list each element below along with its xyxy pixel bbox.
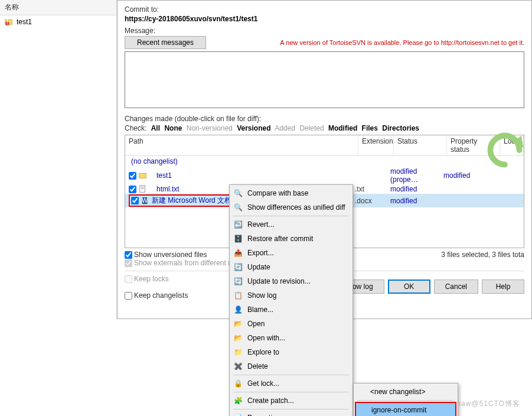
check-nonversioned[interactable]: Non-versioned: [187, 124, 233, 132]
refresh-arrow-icon: [484, 129, 526, 171]
commit-url: https://cy-20180605xuvo/svn/test1/test1: [125, 15, 524, 23]
modified-folder-icon: !: [5, 18, 13, 26]
svg-text:!: !: [6, 18, 8, 25]
update-warning: A new version of TortoiseSVN is availabl…: [280, 39, 524, 46]
column-extension[interactable]: Extension: [358, 135, 394, 155]
menu-blame[interactable]: 👤Blame...: [231, 303, 351, 317]
check-none[interactable]: None: [164, 124, 182, 132]
log-icon: 📋: [233, 291, 243, 300]
recent-messages-button[interactable]: Recent messages: [125, 36, 206, 49]
menu-get-lock[interactable]: 🔒Get lock...: [231, 376, 351, 391]
check-files[interactable]: Files: [362, 124, 378, 132]
menu-update-revision[interactable]: 🔄Update to revision...: [231, 274, 351, 288]
export-icon: 📤: [233, 248, 243, 258]
no-changelist-label: (no changelist): [125, 156, 524, 167]
check-filter-row: Check: All None Non-versioned Versioned …: [125, 124, 524, 132]
file-ext: .txt: [355, 185, 390, 193]
help-button[interactable]: Help: [482, 280, 524, 294]
restore-icon: 🗄️: [233, 234, 243, 243]
file-prop: modified: [443, 171, 497, 180]
diff-icon: 🔍: [233, 203, 243, 212]
column-status[interactable]: Status: [394, 135, 447, 155]
blame-icon: 👤: [233, 305, 243, 314]
message-label: Message:: [125, 27, 524, 35]
word-file-icon: W: [141, 197, 149, 205]
left-sidebar: 名称 ! test1: [0, 0, 117, 319]
menu-properties[interactable]: 📄Properties...: [231, 411, 351, 416]
keep-locks-checkbox: Keep locks: [125, 275, 188, 283]
check-added[interactable]: Added: [275, 124, 295, 132]
update-icon: 🔄: [233, 262, 243, 272]
text-file-icon: [139, 185, 147, 193]
menu-update[interactable]: 🔄Update: [231, 260, 351, 274]
folder-icon: [139, 171, 147, 180]
file-checkbox[interactable]: [129, 172, 136, 180]
open-icon: 📂: [233, 319, 243, 329]
context-menu: 🔍Compare with base 🔍Show differences as …: [229, 184, 353, 416]
commit-message-input[interactable]: [125, 51, 524, 108]
menu-delete[interactable]: ✖️Delete: [231, 359, 351, 373]
files-selected-label: 3 files selected, 3 files tota: [441, 251, 524, 259]
file-status: modified (prope…: [390, 167, 443, 184]
show-unversioned-checkbox[interactable]: Show unversioned files: [125, 251, 207, 259]
menu-open-with[interactable]: 📂Open with...: [231, 331, 351, 345]
check-all[interactable]: All: [151, 124, 160, 132]
show-externals-checkbox: Show externals from different re: [125, 259, 234, 267]
table-row[interactable]: test1 modified (prope… modified: [125, 167, 524, 184]
menu-export[interactable]: 📤Export...: [231, 246, 351, 260]
svg-text:W: W: [142, 197, 148, 204]
keep-changelists-checkbox[interactable]: Keep changelists: [125, 291, 188, 300]
menu-revert[interactable]: ↩️Revert...: [231, 217, 351, 232]
compare-icon: 🔍: [233, 188, 243, 198]
check-versioned[interactable]: Versioned: [237, 124, 270, 132]
menu-explore-to[interactable]: 📁Explore to: [231, 345, 351, 359]
svg-rect-3: [139, 174, 146, 178]
changes-made-label: Changes made (double-click on file for d…: [125, 115, 524, 123]
patch-icon: 🧩: [233, 396, 243, 405]
menu-create-patch[interactable]: 🧩Create patch...: [231, 394, 351, 408]
menu-open[interactable]: 📂Open: [231, 317, 351, 331]
file-status: modified: [390, 197, 443, 205]
sidebar-header-label: 名称: [5, 3, 19, 11]
sidebar-item-label: test1: [17, 18, 32, 26]
column-path[interactable]: Path: [125, 135, 358, 155]
ok-button[interactable]: OK: [388, 280, 430, 294]
submenu-ignore-on-commit[interactable]: ignore-on-commit: [355, 402, 456, 416]
open-with-icon: 📂: [233, 333, 243, 343]
table-header-row: Path Extension Status Property status Lo…: [125, 135, 524, 156]
menu-show-diff[interactable]: 🔍Show differences as unified diff: [231, 200, 351, 214]
watermark: sinaw@51CTO博客: [451, 399, 520, 409]
menu-restore[interactable]: 🗄️Restore after commit: [231, 232, 351, 246]
changelist-submenu: <new changelist> ignore-on-commit: [353, 383, 458, 416]
delete-icon: ✖️: [233, 362, 243, 371]
lock-icon: 🔒: [233, 379, 243, 388]
explore-icon: 📁: [233, 347, 243, 357]
cancel-button[interactable]: Cancel: [434, 280, 478, 294]
check-directories[interactable]: Directories: [382, 124, 419, 132]
revert-icon: ↩️: [233, 220, 243, 229]
sidebar-item-test1[interactable]: ! test1: [0, 15, 116, 28]
file-checkbox[interactable]: [129, 186, 136, 193]
check-deleted[interactable]: Deleted: [299, 124, 324, 132]
submenu-new-changelist[interactable]: <new changelist>: [355, 385, 456, 399]
properties-icon: 📄: [233, 413, 243, 416]
update-rev-icon: 🔄: [233, 277, 243, 286]
file-ext: .docx: [355, 197, 390, 205]
commit-to-label: Commit to:: [125, 5, 524, 14]
file-status: modified: [390, 185, 443, 193]
file-name: test1: [149, 171, 355, 180]
check-modified[interactable]: Modified: [328, 124, 357, 132]
menu-compare-with-base[interactable]: 🔍Compare with base: [231, 186, 351, 200]
file-checkbox[interactable]: [131, 197, 139, 204]
sidebar-header: 名称: [0, 0, 116, 15]
menu-show-log[interactable]: 📋Show log: [231, 288, 351, 303]
